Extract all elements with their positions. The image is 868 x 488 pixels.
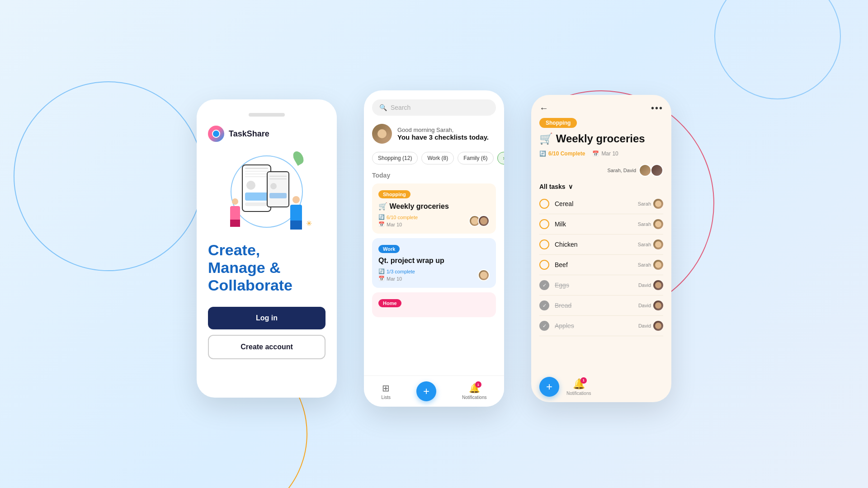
task-progress-work: 🔄1/3 complete	[378, 268, 415, 274]
assignee-name-chicken: Sarah	[638, 242, 651, 247]
assignee-avatar-beef	[653, 260, 663, 270]
filter-more[interactable]: ›	[497, 152, 504, 164]
assignee-name-milk: Sarah	[638, 221, 651, 227]
tasks-section: All tasks ∨ Cereal Sarah Milk Sarah	[531, 183, 671, 371]
search-placeholder[interactable]: Search	[391, 104, 410, 111]
phone-lists: 🔍 Search Good morning Sarah, You have 3 …	[364, 90, 504, 407]
assignee-avatar-milk	[653, 219, 663, 229]
user-avatar	[372, 124, 392, 144]
illus-plant	[291, 150, 306, 166]
phone-notch	[249, 113, 285, 117]
task-row-apples[interactable]: Apples David	[539, 316, 663, 336]
assignee-avatar-2	[651, 164, 663, 177]
detail-progress: 🔄 6/10 Complete	[539, 150, 585, 157]
notif-area[interactable]: 🔔 1 Notifications	[566, 378, 591, 396]
detail-title: 🛒 Weekly groceries	[539, 132, 663, 145]
check-apples[interactable]	[539, 321, 549, 331]
task-card-home[interactable]: Home	[372, 292, 496, 317]
check-bread[interactable]	[539, 300, 549, 310]
all-tasks-header[interactable]: All tasks ∨	[539, 183, 663, 190]
add-item-fab[interactable]: +	[539, 377, 559, 397]
filter-work[interactable]: Work (8)	[421, 152, 454, 164]
notif-badge: 1	[580, 377, 587, 384]
assignee-name-bread: David	[638, 303, 651, 308]
task-row-milk[interactable]: Milk Sarah	[539, 214, 663, 235]
task-name-cereal: Cereal	[555, 200, 632, 207]
notifications-label: Notifications	[462, 395, 486, 400]
check-chicken[interactable]	[539, 239, 549, 249]
task-row-bread[interactable]: Bread David	[539, 296, 663, 316]
filter-chips: Shopping (12) Work (8) Family (6) ›	[372, 152, 496, 164]
nav-lists[interactable]: ⊞ Lists	[381, 383, 391, 400]
all-tasks-label: All tasks	[539, 183, 566, 190]
task-row-beef[interactable]: Beef Sarah	[539, 255, 663, 275]
task-meta-work: 🔄1/3 complete 📅Mar 10	[378, 268, 490, 282]
filter-family[interactable]: Family (6)	[458, 152, 493, 164]
add-task-fab[interactable]: +	[416, 381, 436, 401]
bottom-nav: ⊞ Lists + 🔔 1 Notifications	[364, 375, 504, 407]
assignee-avatar-bread	[653, 300, 663, 310]
greeting-text: Good morning Sarah, You have 3 checklist…	[397, 127, 489, 141]
chevron-down-icon: ∨	[568, 183, 573, 190]
task-card-work[interactable]: Work Qt. project wrap up 🔄1/3 complete 📅…	[372, 238, 496, 288]
phone-detail: ← ••• Shopping 🛒 Weekly groceries 🔄 6/10…	[531, 95, 671, 402]
phones-container: TaskShare	[0, 0, 868, 488]
progress-text: 6/10 Complete	[548, 150, 585, 157]
task-row-cereal[interactable]: Cereal Sarah	[539, 194, 663, 214]
task-name-bread: Bread	[555, 302, 633, 309]
tag-shopping: Shopping	[378, 190, 410, 198]
check-beef[interactable]	[539, 260, 549, 270]
more-options-button[interactable]: •••	[651, 103, 663, 113]
progress-icon: 🔄	[539, 150, 546, 157]
back-button[interactable]: ←	[539, 103, 548, 113]
search-icon: 🔍	[379, 104, 387, 111]
task-date-work: 📅Mar 10	[378, 276, 415, 282]
task-name-chicken: Chicken	[555, 241, 632, 248]
logo-row: TaskShare	[208, 126, 269, 142]
detail-date: 📅 Mar 10	[592, 150, 618, 157]
phone2-body: 🔍 Search Good morning Sarah, You have 3 …	[364, 90, 504, 375]
task-card-shopping[interactable]: Shopping 🛒 Weekly groceries 🔄6/10 comple…	[372, 183, 496, 234]
lists-icon: ⊞	[382, 383, 390, 394]
assignee-cereal: Sarah	[638, 199, 663, 209]
assignee-name-apples: David	[638, 323, 651, 328]
login-button[interactable]: Log in	[208, 307, 326, 329]
task-title-work: Qt. project wrap up	[378, 257, 490, 265]
filter-shopping[interactable]: Shopping (12)	[372, 152, 418, 164]
assignee-milk: Sarah	[638, 219, 663, 229]
app-logo-icon	[208, 126, 224, 142]
task-date-groceries: 📅Mar 10	[378, 221, 418, 227]
task-name-apples: Apples	[555, 322, 633, 329]
notif-count-badge: 1	[475, 381, 481, 388]
assignee-avatar-eggs	[653, 280, 663, 290]
headline-text: Create, Manage & Collaborate	[208, 241, 292, 294]
avatar-work-1	[478, 269, 490, 281]
check-cereal[interactable]	[539, 199, 549, 209]
assignee-name-eggs: David	[638, 282, 651, 288]
detail-header: ← •••	[531, 95, 671, 118]
task-row-eggs[interactable]: Eggs David	[539, 275, 663, 296]
greeting-line2: You have 3 checklists today.	[397, 133, 489, 141]
task-row-chicken[interactable]: Chicken Sarah	[539, 235, 663, 255]
section-today: Today	[372, 172, 496, 179]
check-eggs[interactable]	[539, 280, 549, 290]
detail-tag: Shopping	[539, 118, 577, 128]
task-progress-groceries: 🔄6/10 complete	[378, 214, 418, 220]
task-name-milk: Milk	[555, 221, 632, 228]
logo-icon-inner	[212, 130, 220, 138]
task-title-groceries: 🛒 Weekly groceries	[378, 202, 490, 211]
avatar-2	[478, 215, 490, 227]
search-bar[interactable]: 🔍 Search	[372, 99, 496, 116]
assignee-avatar-chicken	[653, 239, 663, 249]
illus-figure-right	[285, 196, 307, 232]
assignee-avatar-apples	[653, 321, 663, 331]
task-name-eggs: Eggs	[555, 282, 633, 289]
assignee-name-cereal: Sarah	[638, 201, 651, 206]
detail-avatars	[639, 164, 663, 177]
nav-notifications[interactable]: 🔔 1 Notifications	[462, 383, 486, 400]
assignee-bread: David	[638, 300, 663, 310]
assignee-name-beef: Sarah	[638, 262, 651, 267]
check-milk[interactable]	[539, 219, 549, 229]
phone-welcome: TaskShare	[197, 99, 337, 398]
create-account-button[interactable]: Create account	[208, 335, 326, 359]
